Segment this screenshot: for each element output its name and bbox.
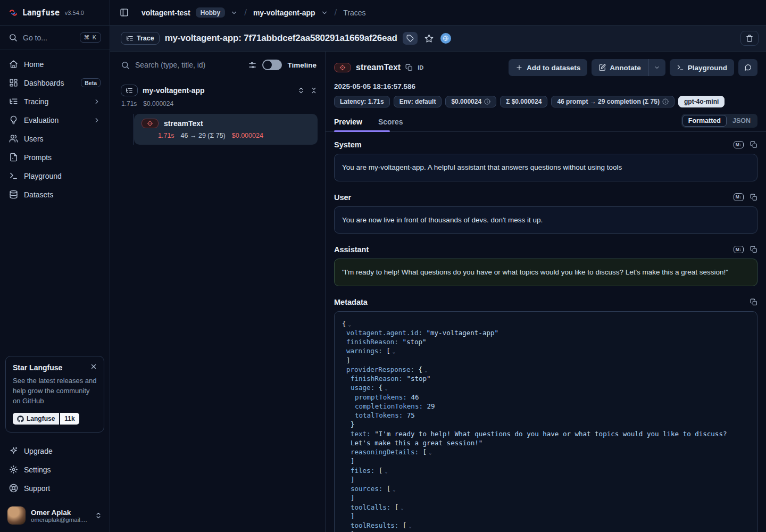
star-icon[interactable] <box>423 32 435 45</box>
json-brace: { <box>342 320 346 328</box>
life-buoy-icon <box>9 484 18 493</box>
view-json[interactable]: JSON <box>727 115 756 127</box>
markdown-toggle-icon[interactable]: M↓ <box>734 193 744 201</box>
sidebar-item-support[interactable]: Support <box>4 479 105 497</box>
sidebar-item-label: Playground <box>24 172 101 180</box>
breadcrumb-separator: / <box>243 7 248 18</box>
collapse-chevron-icon[interactable]: ⌄ <box>385 386 387 391</box>
panel-left-toggle-icon[interactable] <box>118 6 131 19</box>
expand-all-icon[interactable] <box>297 87 305 94</box>
observation-name: streamText <box>356 63 401 72</box>
sidebar-item-settings[interactable]: Settings <box>4 461 105 478</box>
collapse-chevron-icon[interactable]: ⌄ <box>348 322 351 327</box>
playground-button[interactable]: Playground <box>670 59 734 76</box>
pen-icon <box>598 64 606 71</box>
collapse-chevron-icon[interactable]: ⌄ <box>429 450 431 455</box>
json-key: toolResults: <box>351 521 398 529</box>
list-tree-icon <box>126 35 134 42</box>
json-key: warnings: <box>346 347 382 355</box>
collapse-chevron-icon[interactable]: ⌄ <box>409 523 411 529</box>
sidebar-item-users[interactable]: Users <box>4 130 105 147</box>
delete-trace-button[interactable] <box>740 31 759 46</box>
chevron-down-icon[interactable] <box>321 9 328 16</box>
user-meta: Omer Aplak omeraplak@gmail.... <box>31 509 89 523</box>
sidebar-item-tracing[interactable]: Tracing <box>4 93 105 110</box>
json-value: "stop" <box>402 338 426 346</box>
metric-badge[interactable]: 46 prompt → 29 completion (Σ 75) <box>551 96 675 107</box>
metric-badge[interactable]: $0.000024 <box>445 96 496 107</box>
file-icon <box>9 153 18 162</box>
breadcrumb-org[interactable]: voltagent-test <box>141 9 190 17</box>
annotate-dropdown-chevron-icon[interactable] <box>648 59 665 76</box>
collapse-all-icon[interactable] <box>310 87 318 94</box>
sidebar-nav: Home Dashboards Beta Tracing Evaluation … <box>0 50 110 209</box>
collapse-chevron-icon[interactable]: ⌄ <box>393 349 395 354</box>
copy-icon[interactable] <box>750 141 757 148</box>
sidebar-item-upgrade[interactable]: Upgrade <box>4 442 105 460</box>
copy-icon[interactable] <box>750 246 757 253</box>
section-metadata: Metadata {⌄voltagent.agent.id: "my-volta… <box>334 298 757 532</box>
tree-tools <box>297 87 318 94</box>
user-menu[interactable]: Omer Aplak omeraplak@gmail.... <box>0 500 110 532</box>
sidebar-item-home[interactable]: Home <box>4 55 105 73</box>
sidebar-item-playground[interactable]: Playground <box>4 167 105 185</box>
breadcrumb-project[interactable]: my-voltagent-app <box>253 9 315 17</box>
markdown-toggle-icon[interactable]: M↓ <box>734 141 744 149</box>
collapse-chevron-icon[interactable]: ⌄ <box>385 469 387 474</box>
view-formatted[interactable]: Formatted <box>682 115 727 127</box>
json-key: files: <box>351 467 374 475</box>
collapse-chevron-icon[interactable]: ⌄ <box>393 487 395 492</box>
comments-button[interactable] <box>738 59 757 76</box>
metric-badge: Latency: 1.71s <box>334 96 390 107</box>
public-share-globe-icon[interactable] <box>440 33 451 44</box>
tree-root-row[interactable]: my-voltagent-app <box>121 85 318 96</box>
chevron-down-icon[interactable] <box>230 9 238 16</box>
section-system: System M↓ You are my-voltagent-app. A he… <box>334 140 757 181</box>
tree-root-name: my-voltagent-app <box>143 86 293 95</box>
markdown-toggle-icon[interactable]: M↓ <box>734 246 744 254</box>
goto-search[interactable]: Go to... ⌘ K <box>0 26 110 50</box>
section-head: Metadata <box>334 298 757 306</box>
json-brace: [ <box>386 347 390 355</box>
sidebar-item-datasets[interactable]: Datasets <box>4 186 105 203</box>
collapse-chevron-icon[interactable]: ⌄ <box>401 505 403 511</box>
trace-header: Trace my-voltagent-app: 7f71abbdcef2aa58… <box>110 26 766 52</box>
tree-item-streamtext[interactable]: streamText 1.71s 46 → 29 (Σ 75) $0.00002… <box>134 114 318 145</box>
timeline-toggle[interactable] <box>262 60 282 70</box>
sidebar-item-label: Prompts <box>24 153 101 162</box>
tab-preview[interactable]: Preview <box>334 115 362 131</box>
sidebar-item-evaluation[interactable]: Evaluation <box>4 111 105 129</box>
tag-icon[interactable] <box>403 32 418 45</box>
gear-icon <box>9 465 18 474</box>
json-brace: ] <box>346 356 351 364</box>
section-head: Assistant M↓ <box>334 245 757 254</box>
json-key: totalTokens: <box>355 411 403 419</box>
sidebar-item-prompts[interactable]: Prompts <box>4 148 105 166</box>
json-key: promptTokens: <box>355 393 407 401</box>
tab-scores[interactable]: Scores <box>378 115 403 131</box>
section-title: Metadata <box>334 298 750 306</box>
breadcrumb: voltagent-test Hobby / my-voltagent-app … <box>110 0 766 26</box>
json-key: providerResponse: <box>346 365 414 373</box>
app-name: Langfuse <box>22 8 60 18</box>
add-to-datasets-button[interactable]: Add to datasets <box>509 59 587 76</box>
annotate-button[interactable]: Annotate <box>592 59 648 76</box>
metric-badge-label: Env: default <box>399 98 436 105</box>
breadcrumb-section[interactable]: Traces <box>343 9 365 17</box>
tree-search-input[interactable] <box>135 61 243 69</box>
collapse-chevron-icon[interactable]: ⌄ <box>424 368 427 373</box>
detail-scroll-area[interactable]: System M↓ You are my-voltagent-app. A he… <box>326 132 766 532</box>
info-icon <box>484 98 490 105</box>
copy-icon[interactable] <box>750 298 757 306</box>
json-line: files: [⌄ <box>342 466 750 475</box>
copy-id-icon[interactable] <box>405 64 413 71</box>
sliders-icon[interactable] <box>248 61 257 70</box>
github-star-count[interactable]: 11k <box>60 413 79 425</box>
close-icon[interactable] <box>90 363 97 370</box>
observation-tree-panel: Timeline my-voltagent-app 1.71s $0.00002… <box>110 52 326 532</box>
github-button[interactable]: Langfuse <box>13 413 59 425</box>
list-tree-icon <box>121 85 138 96</box>
copy-icon[interactable] <box>750 194 757 201</box>
sidebar-item-dashboards[interactable]: Dashboards Beta <box>4 74 105 92</box>
metric-badge: gpt-4o-mini <box>678 96 725 107</box>
